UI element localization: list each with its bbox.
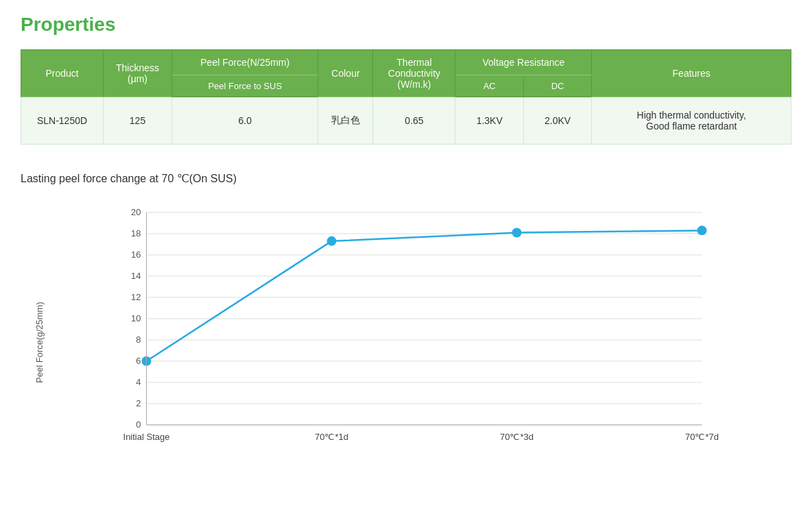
th-product: Product: [21, 50, 104, 97]
svg-text:20: 20: [131, 207, 141, 217]
th-peelforce-sub: Peel Force to SUS: [172, 75, 318, 97]
svg-text:10: 10: [131, 313, 141, 323]
table-cell: 6.0: [172, 97, 318, 145]
table-cell: SLN-1250D: [21, 97, 104, 145]
table-cell: 乳白色: [318, 97, 373, 145]
svg-text:70℃*3d: 70℃*3d: [500, 432, 534, 442]
th-features: Features: [592, 50, 791, 97]
svg-text:6: 6: [136, 356, 141, 366]
chart-container: Peel Force(g/25mm) 02468101214161820Init…: [34, 199, 791, 487]
svg-text:70℃*1d: 70℃*1d: [315, 432, 348, 442]
table-cell: 1.3KV: [455, 97, 523, 145]
svg-point-26: [512, 228, 522, 237]
chart-title: Lasting peel force change at 70 ℃(On SUS…: [21, 172, 791, 185]
th-thickness: Thickness (μm): [104, 50, 172, 97]
svg-text:70℃*7d: 70℃*7d: [685, 432, 719, 442]
svg-text:14: 14: [131, 271, 141, 281]
svg-text:18: 18: [131, 228, 141, 238]
y-axis-label: Peel Force(g/25mm): [34, 199, 45, 487]
th-peelforce-main: Peel Force(N/25mm): [172, 50, 318, 75]
table-cell: 125: [104, 97, 172, 145]
svg-point-24: [327, 236, 337, 246]
svg-text:Initial Stage: Initial Stage: [123, 432, 170, 442]
th-colour: Colour: [318, 50, 373, 97]
svg-point-28: [697, 225, 707, 235]
th-thermal: Thermal Conductivity (W/m.k): [373, 50, 455, 97]
table-row: SLN-1250D1256.0乳白色0.651.3KV2.0KVHigh the…: [21, 97, 791, 145]
page-title: Properties: [21, 14, 791, 36]
properties-table: Product Thickness (μm) Peel Force(N/25mm…: [21, 49, 791, 145]
chart-inner: 02468101214161820Initial Stage70℃*1d70℃*…: [50, 199, 791, 487]
th-voltage-ac: AC: [455, 75, 523, 97]
svg-text:4: 4: [136, 377, 141, 387]
svg-text:2: 2: [136, 398, 141, 408]
chart-svg: 02468101214161820Initial Stage70℃*1d70℃*…: [50, 199, 791, 459]
svg-text:12: 12: [131, 292, 141, 302]
svg-text:0: 0: [136, 419, 141, 430]
chart-section: Lasting peel force change at 70 ℃(On SUS…: [21, 172, 791, 487]
svg-text:16: 16: [131, 249, 141, 260]
svg-text:8: 8: [136, 334, 141, 345]
th-voltage: Voltage Resistance: [455, 50, 592, 75]
table-cell: High thermal conductivity, Good flame re…: [592, 97, 791, 145]
th-voltage-dc: DC: [523, 75, 591, 97]
table-cell: 0.65: [373, 97, 455, 145]
table-cell: 2.0KV: [523, 97, 591, 145]
